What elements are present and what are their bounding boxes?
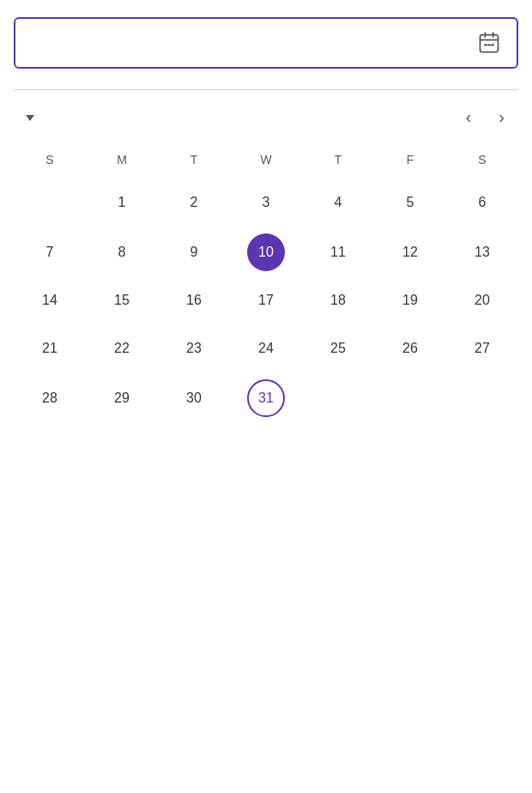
calendar-day-cell: [302, 372, 374, 424]
empty-day-cell: [31, 182, 69, 220]
day-number[interactable]: 8: [103, 233, 141, 271]
svg-rect-0: [481, 35, 499, 52]
day-number[interactable]: 22: [103, 330, 141, 367]
calendar-grid: SMTWTFS 12345678910111213141516171819202…: [14, 146, 518, 424]
day-number[interactable]: 5: [391, 184, 429, 221]
day-number[interactable]: 1: [103, 184, 141, 221]
weekday-header: T: [302, 146, 374, 177]
calendar-day-cell: 8: [86, 228, 158, 276]
calendar-day-cell: 5: [374, 177, 446, 228]
day-number[interactable]: 24: [247, 330, 285, 367]
weekday-header: F: [374, 146, 446, 177]
day-number[interactable]: 15: [103, 281, 141, 319]
day-number[interactable]: 4: [319, 184, 357, 221]
calendar-day-cell: 17: [230, 276, 302, 324]
day-number[interactable]: 23: [175, 330, 213, 367]
calendar-day-cell: 18: [302, 276, 374, 324]
calendar-day-cell: 20: [446, 276, 518, 324]
day-number[interactable]: 28: [31, 379, 69, 417]
calendar-day-cell: 16: [158, 276, 230, 324]
day-number[interactable]: 12: [391, 233, 429, 271]
weekday-header: M: [86, 146, 158, 177]
day-number[interactable]: 29: [103, 379, 141, 417]
day-number[interactable]: 21: [31, 330, 69, 367]
calendar-day-cell: 21: [14, 324, 86, 372]
calendar-header: SMTWTFS: [14, 146, 518, 177]
day-number[interactable]: 9: [175, 233, 213, 271]
day-number[interactable]: 17: [247, 281, 285, 319]
calendar-week-row: 14151617181920: [14, 276, 518, 324]
calendar-day-cell: 10: [230, 228, 302, 276]
weekday-header: W: [230, 146, 302, 177]
calendar-day-cell: 22: [86, 324, 158, 372]
svg-rect-5: [487, 44, 491, 45]
calendar-day-cell: 27: [446, 324, 518, 372]
calendar-day-cell: 24: [230, 324, 302, 372]
calendar-day-cell: 31: [230, 372, 302, 424]
calendar-day-cell: 6: [446, 177, 518, 228]
weekday-header: T: [158, 146, 230, 177]
calendar-day-cell: 14: [14, 276, 86, 324]
calendar-day-cell: 3: [230, 177, 302, 228]
month-nav-row: ‹ ›: [14, 104, 518, 130]
day-number[interactable]: 27: [463, 330, 501, 367]
calendar-day-cell: 19: [374, 276, 446, 324]
calendar-day-cell: [446, 372, 518, 424]
day-number[interactable]: 20: [463, 281, 501, 319]
empty-day-cell: [463, 378, 501, 415]
calendar-day-cell: 28: [14, 372, 86, 424]
prev-month-button[interactable]: ‹: [459, 104, 479, 130]
calendar-day-cell: 30: [158, 372, 230, 424]
calendar-day-cell: 7: [14, 228, 86, 276]
month-nav-buttons: ‹ ›: [459, 104, 511, 130]
month-year-selector[interactable]: [21, 113, 34, 121]
day-number[interactable]: 10: [247, 233, 285, 271]
calendar-day-cell: 15: [86, 276, 158, 324]
calendar-week-row: 21222324252627: [14, 324, 518, 372]
calendar-day-cell: [374, 372, 446, 424]
calendar-day-cell: 29: [86, 372, 158, 424]
day-number[interactable]: 31: [247, 379, 285, 417]
empty-day-cell: [391, 378, 429, 415]
calendar-week-row: 28293031: [14, 372, 518, 424]
dob-input-row: [27, 27, 505, 58]
day-number[interactable]: 30: [175, 379, 213, 417]
calendar-body: 1234567891011121314151617181920212223242…: [14, 177, 518, 424]
day-number[interactable]: 11: [319, 233, 357, 271]
weekday-header: S: [446, 146, 518, 177]
calendar-icon: [477, 31, 501, 55]
day-number[interactable]: 13: [463, 233, 501, 271]
calendar-day-cell: 1: [86, 177, 158, 228]
next-month-button[interactable]: ›: [492, 104, 511, 130]
day-number[interactable]: 3: [247, 184, 285, 221]
calendar-day-cell: 26: [374, 324, 446, 372]
day-number[interactable]: 19: [391, 281, 429, 319]
divider: [14, 89, 518, 90]
calendar-day-cell: 13: [446, 228, 518, 276]
weekday-header: S: [14, 146, 86, 177]
calendar-day-cell: 12: [374, 228, 446, 276]
weekday-header-row: SMTWTFS: [14, 146, 518, 177]
dropdown-arrow-icon: [26, 115, 34, 121]
day-number[interactable]: 2: [175, 184, 213, 221]
page-container: ‹ › SMTWTFS 1234567891011121314151617181…: [0, 0, 532, 458]
calendar-day-cell: 4: [302, 177, 374, 228]
calendar-day-cell: 11: [302, 228, 374, 276]
calendar-day-cell: 2: [158, 177, 230, 228]
day-number[interactable]: 25: [319, 330, 357, 367]
day-number[interactable]: 16: [175, 281, 213, 319]
day-number[interactable]: 26: [391, 330, 429, 367]
calendar-week-row: 123456: [14, 177, 518, 228]
day-number[interactable]: 6: [463, 184, 501, 221]
calendar-week-row: 78910111213: [14, 228, 518, 276]
calendar-day-cell: 25: [302, 324, 374, 372]
day-number[interactable]: 14: [31, 281, 69, 319]
day-number[interactable]: 18: [319, 281, 357, 319]
day-number[interactable]: 7: [31, 233, 69, 271]
calendar-day-cell: 23: [158, 324, 230, 372]
calendar-day-cell: 9: [158, 228, 230, 276]
svg-rect-6: [491, 44, 494, 45]
calendar-icon-button[interactable]: [474, 27, 505, 58]
dob-field-wrapper: [14, 17, 518, 69]
empty-day-cell: [319, 378, 357, 415]
